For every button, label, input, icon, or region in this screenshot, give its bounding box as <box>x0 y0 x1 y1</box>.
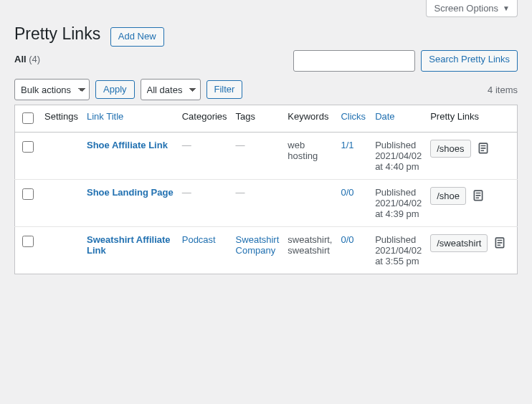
search-input[interactable] <box>293 50 415 72</box>
row-checkbox[interactable] <box>22 188 34 200</box>
clipboard-icon[interactable] <box>472 190 485 203</box>
col-keywords: Keywords <box>283 105 336 133</box>
keywords-text: web hosting <box>288 140 318 161</box>
table-row: Sweatshirt Affiliate LinkPodcastSweatshi… <box>15 227 518 274</box>
search-button[interactable]: Search Pretty Links <box>421 50 518 72</box>
items-count: 4 items <box>488 85 518 95</box>
link-title[interactable]: Shoe Landing Page <box>87 187 174 198</box>
col-tags: Tags <box>232 105 284 133</box>
clipboard-icon[interactable] <box>477 143 490 155</box>
screen-options-label: Screen Options <box>434 3 498 14</box>
keywords-text: sweatshirt, sweatshirt <box>288 234 332 256</box>
apply-button[interactable]: Apply <box>95 80 135 100</box>
col-link-title[interactable]: Link Title <box>87 111 123 122</box>
tag-empty: — <box>236 140 245 150</box>
col-categories: Categories <box>178 105 232 133</box>
link-title[interactable]: Shoe Affiliate Link <box>87 140 168 150</box>
filter-button[interactable]: Filter <box>206 80 243 100</box>
chevron-down-icon: ▼ <box>503 4 510 12</box>
date-filter-select[interactable]: All dates <box>141 79 201 100</box>
table-row: Shoe Landing Page——0/0Published 2021/04/… <box>15 180 518 227</box>
category-empty: — <box>182 187 191 198</box>
date-text: Published 2021/04/02 at 3:55 pm <box>375 234 422 266</box>
col-settings: Settings <box>40 105 82 133</box>
page-title: Pretty Links <box>14 24 100 44</box>
tag-empty: — <box>236 187 245 198</box>
screen-options-toggle[interactable]: Screen Options ▼ <box>426 0 518 17</box>
row-checkbox[interactable] <box>22 141 34 153</box>
category-empty: — <box>182 140 191 150</box>
col-clicks[interactable]: Clicks <box>341 111 366 122</box>
category-link[interactable]: Podcast <box>182 234 216 245</box>
table-row: Shoe Affiliate Link——web hosting1/1Publi… <box>15 133 518 180</box>
select-all-checkbox[interactable] <box>22 112 34 124</box>
clicks-link[interactable]: 0/0 <box>341 234 353 245</box>
slug-box[interactable]: /shoes <box>430 140 470 158</box>
col-date[interactable]: Date <box>375 111 394 122</box>
slug-box[interactable]: /sweatshirt <box>430 234 488 252</box>
slug-box[interactable]: /shoe <box>430 187 466 205</box>
clicks-link[interactable]: 1/1 <box>341 140 353 150</box>
add-new-button[interactable]: Add New <box>110 27 164 47</box>
filter-all-count: (4) <box>29 54 40 64</box>
clipboard-icon[interactable] <box>493 237 506 250</box>
clicks-link[interactable]: 0/0 <box>341 187 353 198</box>
link-title[interactable]: Sweatshirt Affiliate Link <box>87 234 171 256</box>
col-pretty-links: Pretty Links <box>426 105 517 133</box>
date-text: Published 2021/04/02 at 4:39 pm <box>375 187 422 219</box>
tag-link[interactable]: Sweatshirt Company <box>236 234 280 256</box>
links-table: Settings Link Title Categories Tags Keyw… <box>14 105 518 274</box>
bulk-actions-select[interactable]: Bulk actions <box>14 79 90 100</box>
filter-all-label[interactable]: All <box>14 54 27 64</box>
row-checkbox[interactable] <box>22 236 34 247</box>
date-text: Published 2021/04/02 at 4:40 pm <box>375 140 422 172</box>
